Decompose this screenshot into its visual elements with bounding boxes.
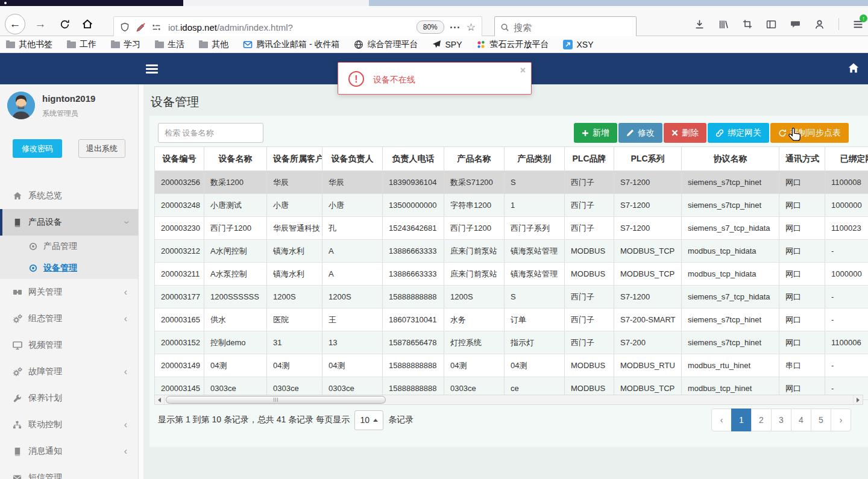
sidebar-item-短信管理[interactable]: 短信管理 (0, 465, 138, 479)
page-button-4[interactable]: 4 (791, 409, 811, 431)
forward-button[interactable]: → (30, 14, 51, 34)
page-actions-icon[interactable] (450, 27, 459, 28)
bookmark-item[interactable]: 生活 (155, 39, 184, 50)
table-row[interactable]: 2000031771200SSSSSS1200S1200S15888888888… (155, 286, 868, 308)
table-header-cell[interactable]: 负责人电话 (383, 147, 444, 171)
table-row[interactable]: 200003230西门子1200华辰智通科技孔15243642681西门子120… (155, 217, 868, 240)
table-cell: 字符串1200 (444, 194, 505, 216)
table-header-cell[interactable]: 设备所属客户 (267, 147, 322, 171)
sidebar-item-保养计划[interactable]: 保养计划 (0, 385, 138, 412)
page-button-3[interactable]: 3 (771, 409, 791, 431)
sidebar-item-视频管理[interactable]: 视频管理 (0, 332, 138, 358)
table-cell: siemens_s7tcp_hinet (682, 171, 779, 193)
scroll-left-arrow-icon[interactable] (155, 395, 165, 404)
alert-close-icon[interactable]: × (520, 65, 526, 76)
url-bar[interactable]: iot.idosp.net/admin/index.html? 80% ☆ (113, 16, 482, 38)
table-row[interactable]: 200003211A水泵控制镇海水利A13886663333庶来门前泵站镇海泵站… (155, 263, 868, 286)
bookmark-item[interactable]: 工作 (67, 39, 96, 50)
table-header-cell[interactable]: 产品名称 (444, 147, 505, 171)
horizontal-scrollbar[interactable] (154, 395, 863, 405)
browser-home-button[interactable] (77, 14, 98, 34)
shield-icon[interactable] (120, 22, 130, 32)
page-next-button[interactable]: › (831, 409, 851, 431)
scroll-right-arrow-icon[interactable] (853, 395, 863, 404)
sidebar-item-产品设备[interactable]: 产品设备‹ (0, 209, 138, 236)
table-cell: A (322, 263, 383, 285)
sidebar-collapse-icon[interactable] (146, 63, 158, 75)
page-button-1[interactable]: 1 (731, 409, 752, 431)
sidebar-item-组态管理[interactable]: 组态管理‹ (0, 305, 138, 332)
page-button-5[interactable]: 5 (811, 409, 831, 431)
user-name: hignton2019 (42, 93, 95, 104)
table-cell: 200003211 (155, 263, 204, 285)
bookmark-item[interactable]: 综合管理平台 (354, 39, 418, 50)
app-menu-button[interactable]: ↑ (853, 19, 863, 30)
table-header-cell[interactable]: 设备名称 (204, 147, 267, 171)
bookmark-star-icon[interactable]: ☆ (467, 21, 476, 34)
table-header-cell[interactable]: PLC品牌 (565, 147, 614, 171)
bookmark-item[interactable]: 其他 (199, 39, 228, 50)
bookmark-item[interactable]: 腾讯企业邮箱 - 收件箱 (243, 39, 339, 50)
sidebar-item-消息通知[interactable]: 消息通知‹ (0, 438, 138, 465)
sidebar-item-产品管理[interactable]: 产品管理 (0, 236, 138, 257)
page-size-dropdown[interactable]: 10 (354, 410, 383, 430)
sidebar-item-网关管理[interactable]: 网关管理‹ (0, 279, 138, 305)
folder-icon (67, 40, 76, 48)
action-button-删除[interactable]: 删除 (664, 123, 706, 143)
library-icon[interactable] (719, 19, 729, 30)
table-row[interactable]: 200003165供水医院王18607310041水务订单西门子S7-200-S… (155, 308, 868, 331)
scrollbar-thumb[interactable] (166, 396, 386, 404)
table-row[interactable]: 200003248小唐测试小唐小唐13500000000字符串12001西门子S… (155, 194, 868, 217)
action-button-强制同步点表[interactable]: 强制同步点表 (770, 123, 849, 143)
pocket-icon[interactable] (790, 19, 800, 30)
browser-search-box[interactable] (494, 16, 637, 38)
page-button-2[interactable]: 2 (751, 409, 772, 431)
table-header-cell[interactable]: 产品类别 (505, 147, 565, 171)
bookmark-item[interactable]: XSY (563, 40, 593, 49)
table-row[interactable]: 200003256数采1200华辰华辰18390936104数采S71200S西… (155, 171, 868, 194)
tab-strip-active-tab[interactable] (183, 0, 369, 6)
bookmark-item[interactable]: 其他书签 (6, 39, 52, 50)
table-header-cell[interactable]: 设备负责人 (322, 147, 383, 171)
reload-button[interactable] (54, 14, 75, 34)
table-cell: 孔 (322, 217, 383, 239)
pencil-slash-icon[interactable] (136, 22, 146, 33)
table-header-cell[interactable]: 协议名称 (682, 147, 779, 171)
action-button-新增[interactable]: 新增 (574, 123, 617, 143)
bookmark-item[interactable]: SPY (432, 40, 462, 49)
bookmark-item[interactable]: 学习 (111, 39, 140, 50)
sidebar-item-联动控制[interactable]: 联动控制‹ (0, 412, 138, 438)
table-header-cell[interactable]: 通讯方式 (779, 147, 825, 171)
user-card: hignton2019 系统管理员 (0, 84, 138, 127)
logout-button[interactable]: 退出系统 (78, 139, 125, 158)
app-home-icon[interactable] (848, 62, 860, 74)
table-row[interactable]: 200003212A水闸控制镇海水利A13886663333庶来门前泵站镇海泵站… (155, 240, 868, 263)
change-password-button[interactable]: 修改密码 (13, 139, 62, 158)
bookmark-item[interactable]: 萤石云开放平台 (476, 39, 549, 50)
screenshot-icon[interactable] (743, 19, 752, 29)
sidebar-item-设备管理[interactable]: 设备管理 (0, 257, 138, 279)
download-icon[interactable] (694, 19, 705, 30)
account-icon[interactable] (814, 19, 825, 30)
home-icon (82, 19, 93, 30)
table-row[interactable]: 20000314904测04测04测1588888888804测04测MODBU… (155, 354, 868, 377)
table-header-cell[interactable]: PLC系列 (614, 147, 682, 171)
sidebar-toggle-icon[interactable] (766, 19, 776, 30)
table-cell: 西门子 (565, 217, 614, 239)
table-cell: 18390936104 (383, 171, 444, 193)
sidebar-item-故障管理[interactable]: 故障管理‹ (0, 358, 138, 385)
permissions-icon[interactable] (152, 23, 161, 32)
device-search-input[interactable] (158, 123, 263, 143)
xsy-icon (563, 40, 573, 49)
page-prev-button[interactable]: ‹ (711, 409, 732, 431)
table-cell: 西门子 (565, 286, 614, 308)
table-header-cell[interactable]: 已绑定网关 (825, 147, 868, 171)
action-button-修改[interactable]: 修改 (618, 123, 662, 143)
zoom-level-badge[interactable]: 80% (417, 20, 444, 34)
table-row[interactable]: 200003152控制demo311315878656478灯控系统指示灯西门子… (155, 331, 868, 354)
back-button[interactable]: ← (5, 14, 25, 34)
browser-search-input[interactable] (514, 22, 636, 33)
action-button-绑定网关[interactable]: 绑定网关 (708, 123, 769, 143)
table-header-cell[interactable]: 设备编号 (155, 147, 204, 171)
sidebar-item-系统总览[interactable]: 系统总览 (0, 183, 138, 209)
